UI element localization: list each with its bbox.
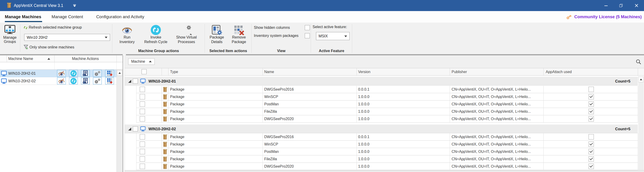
- row-checkbox[interactable]: [140, 164, 145, 169]
- invoke-refresh-cycle-button[interactable]: Invoke Refresh Cycle: [142, 25, 170, 44]
- appattach-checkbox[interactable]: [588, 134, 594, 139]
- package-row[interactable]: Package DWGSeePro2016 0.0.0.1 CN=AppVent…: [125, 133, 644, 141]
- column-machine-actions[interactable]: Machine Actions: [54, 55, 116, 62]
- column-type[interactable]: Type: [170, 68, 178, 76]
- active-feature-combobox[interactable]: MSIX: [316, 32, 350, 40]
- scroll-up-button[interactable]: [117, 70, 122, 76]
- refresh-machine-group-button[interactable]: [24, 26, 28, 31]
- package-row[interactable]: Package FileZilla 1.0.0.0 CN=AppVentiX, …: [125, 155, 644, 163]
- app-icon: [6, 2, 12, 8]
- machines-panel-header: Machine Name Machine Actions: [0, 55, 123, 62]
- package-row[interactable]: Package WinSCP 1.0.0.0 CN=AppVentiX, OU=…: [125, 141, 644, 148]
- inventory-system-packages-checkbox[interactable]: [305, 33, 310, 38]
- collapse-group-icon[interactable]: [128, 80, 131, 83]
- appattach-checkbox[interactable]: [588, 94, 594, 99]
- row-checkbox[interactable]: [140, 141, 145, 147]
- appattach-checkbox[interactable]: [588, 164, 594, 169]
- machine-icon: [1, 78, 7, 84]
- hide-machine-action-button[interactable]: [57, 77, 66, 84]
- package-row[interactable]: Package FileZilla 1.0.0.0 CN=AppVentiX, …: [125, 108, 644, 115]
- appattach-checkbox[interactable]: [588, 149, 594, 154]
- ribbon-group-machine-group-actions: Machine Group actions Run Inventory Invo…: [112, 23, 205, 54]
- package-row[interactable]: Package PostMan 1.0.0.0 CN=AppVentiX, OU…: [125, 101, 644, 108]
- manage-groups-button[interactable]: Manage Groups: [2, 25, 18, 44]
- appattach-checkbox[interactable]: [588, 141, 594, 147]
- machines-filter-row[interactable]: [0, 62, 123, 70]
- column-machine-name[interactable]: Machine Name: [8, 55, 33, 62]
- row-checkbox[interactable]: [140, 94, 145, 99]
- machine-icon: [140, 126, 146, 131]
- group-select-checkbox[interactable]: [133, 79, 138, 84]
- inventory-system-packages-label[interactable]: Inventory system packages: [254, 34, 298, 38]
- show-hidden-columns-checkbox[interactable]: [305, 25, 310, 30]
- online-filter-label[interactable]: Only show online machines: [30, 45, 74, 49]
- package-icon: [162, 87, 168, 92]
- horizontal-scrollbar[interactable]: [125, 170, 644, 172]
- row-checkbox[interactable]: [140, 134, 145, 139]
- collapse-group-icon[interactable]: [128, 127, 131, 130]
- machine-group-combobox[interactable]: Win10 20H2: [24, 34, 110, 41]
- refresh-cycle-icon: [151, 25, 161, 35]
- report-icon: [82, 78, 88, 84]
- appattach-checkbox[interactable]: [588, 87, 594, 92]
- remove-packages-action-button[interactable]: [105, 77, 114, 84]
- show-virtual-processes-button[interactable]: Show Virtual Processes: [172, 25, 200, 44]
- machine-row[interactable]: WIN10-20H2-01: [0, 70, 123, 77]
- search-icon[interactable]: [636, 59, 641, 65]
- row-checkbox[interactable]: [140, 109, 145, 114]
- hide-eye-icon: [58, 71, 65, 76]
- processes-action-button[interactable]: [93, 70, 102, 77]
- scroll-up-button[interactable]: [638, 77, 644, 82]
- package-row[interactable]: Package PostMan 1.0.0.0 CN=AppVentiX, OU…: [125, 148, 644, 155]
- select-all-checkbox[interactable]: [142, 69, 146, 74]
- group-by-machine-button[interactable]: Machine: [128, 58, 155, 65]
- refresh-machine-action-button[interactable]: [69, 70, 78, 77]
- row-checkbox[interactable]: [140, 149, 145, 154]
- appattach-checkbox[interactable]: [588, 101, 594, 107]
- show-hidden-columns-label[interactable]: Show hidden columns: [254, 26, 290, 30]
- minimize-button[interactable]: [598, 0, 614, 11]
- panel-splitter[interactable]: [123, 55, 123, 172]
- hide-machine-action-button[interactable]: [57, 70, 66, 77]
- package-row[interactable]: Package DWGSeePro2016 0.0.0.1 CN=AppVent…: [125, 86, 644, 93]
- column-appattach[interactable]: AppAttach used: [546, 68, 572, 76]
- processes-action-button[interactable]: [93, 77, 102, 84]
- selected-tab-underline: [5, 21, 42, 22]
- remove-packages-action-button[interactable]: [105, 70, 114, 77]
- title-menu-caret-icon[interactable]: [73, 4, 76, 7]
- column-name[interactable]: Name: [264, 68, 274, 76]
- report-action-button[interactable]: [81, 77, 90, 84]
- package-row[interactable]: Package WinSCP 1.0.0.0 CN=AppVentiX, OU=…: [125, 93, 644, 101]
- group-row[interactable]: WIN10-20H2-02 Count=5: [125, 123, 644, 133]
- package-details-button[interactable]: Package Details: [205, 25, 228, 44]
- tab-configuration-activity[interactable]: Configuration and Activity: [96, 11, 144, 23]
- row-checkbox[interactable]: [140, 87, 145, 92]
- package-icon: [162, 164, 168, 169]
- row-checkbox[interactable]: [140, 101, 145, 107]
- package-row[interactable]: Package DWGSeePro2020 1.0.0.0 CN=AppVent…: [125, 115, 644, 123]
- appattach-checkbox[interactable]: [588, 109, 594, 114]
- machine-row[interactable]: WIN10-20H2-02: [0, 77, 123, 85]
- run-inventory-button[interactable]: Run Inventory: [113, 25, 141, 44]
- ribbon-group-machine-group-select: Manage Groups Refresh selected machine g…: [0, 23, 112, 54]
- close-button[interactable]: [629, 0, 644, 11]
- row-checkbox[interactable]: [140, 156, 145, 162]
- report-action-button[interactable]: [81, 70, 90, 77]
- column-version[interactable]: Version: [358, 68, 370, 76]
- appattach-checkbox[interactable]: [588, 156, 594, 162]
- group-select-checkbox[interactable]: [133, 126, 138, 131]
- refresh-machine-action-button[interactable]: [69, 77, 78, 84]
- column-publisher[interactable]: Publisher: [452, 68, 467, 76]
- refresh-machine-group-label[interactable]: Refresh selected machine group: [29, 25, 82, 30]
- appattach-checkbox[interactable]: [588, 116, 594, 121]
- machines-scrollbar[interactable]: [116, 70, 123, 172]
- ribbon-group-view: View Show hidden columns Inventory syste…: [252, 23, 311, 54]
- group-row[interactable]: WIN10-20H2-01 Count=5: [125, 76, 644, 86]
- package-row[interactable]: Package DWGSeePro2020 1.0.0.0 CN=AppVent…: [125, 163, 644, 170]
- restore-button[interactable]: [614, 0, 629, 11]
- ribbon-tab-bar: Manage Machines Manage Content Configura…: [0, 11, 644, 23]
- packages-scrollbar[interactable]: [638, 77, 644, 170]
- row-checkbox[interactable]: [140, 116, 145, 121]
- tab-manage-content[interactable]: Manage Content: [52, 11, 83, 23]
- remove-package-button[interactable]: Remove Package: [228, 25, 250, 44]
